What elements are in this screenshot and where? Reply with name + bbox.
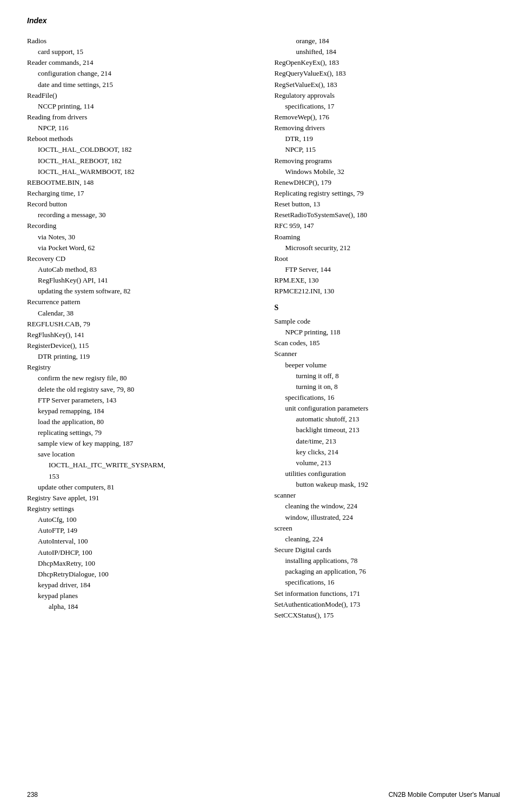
- index-entry: load the application, 80: [27, 417, 253, 427]
- index-entry: volume, 213: [275, 458, 501, 468]
- index-entry: ResetRadioToSystemSave(), 180: [275, 210, 501, 220]
- index-entry: specifications, 16: [275, 577, 501, 588]
- index-entry: orange, 184: [275, 36, 501, 46]
- index-entry: Regulatory approvals: [275, 90, 501, 101]
- index-entry: screen: [275, 523, 501, 534]
- index-entry: card support, 15: [27, 46, 253, 57]
- index-entry: SetAuthenticationMode(), 173: [275, 599, 501, 610]
- index-entry: NPCP, 115: [275, 144, 501, 155]
- index-entry: Set information functions, 171: [275, 588, 501, 599]
- index-entry: alpha, 184: [27, 601, 253, 612]
- index-entry: turning it on, 8: [275, 381, 501, 392]
- index-entry: turning it off, 8: [275, 371, 501, 381]
- index-entry: AutoCfg, 100: [27, 514, 253, 525]
- index-entry: via Notes, 30: [27, 232, 253, 243]
- index-entry: SetCCXStatus(), 175: [275, 610, 501, 621]
- index-entry: Root: [275, 253, 501, 264]
- index-entry: Replicating registry settings, 79: [275, 188, 501, 199]
- index-entry: AutoFTP, 149: [27, 525, 253, 536]
- index-entry: Windows Mobile, 32: [275, 166, 501, 177]
- index-entry: date/time, 213: [275, 436, 501, 447]
- index-entry: beeper volume: [275, 360, 501, 371]
- page-footer: 238 CN2B Mobile Computer User's Manual: [27, 791, 500, 798]
- index-entry: keypad driver, 184: [27, 580, 253, 590]
- index-entry: keypad remapping, 184: [27, 406, 253, 417]
- index-entry: utilities configuration: [275, 468, 501, 479]
- index-entry: backlight timeout, 213: [275, 425, 501, 435]
- index-entry: Scan codes, 185: [275, 338, 501, 348]
- index-entry: RFC 959, 147: [275, 220, 501, 231]
- index-entry: Recharging time, 17: [27, 188, 253, 199]
- index-entry: IOCTL_HAL_ITC_WRITE_SYSPARM,: [27, 460, 253, 471]
- index-entry: save location: [27, 449, 253, 460]
- index-entry: scanner: [275, 490, 501, 501]
- index-entry: RegQueryValueEx(), 183: [275, 68, 501, 79]
- index-entry: REBOOTME.BIN, 148: [27, 177, 253, 188]
- index-entry: Registry Save applet, 191: [27, 493, 253, 504]
- index-entry: cleaning, 224: [275, 534, 501, 545]
- index-entry: 153: [27, 471, 253, 482]
- index-entry: Microsoft security, 212: [275, 243, 501, 253]
- index-entry: AutoInterval, 100: [27, 536, 253, 547]
- index-entry: AutoIP/DHCP, 100: [27, 547, 253, 558]
- index-entry: date and time settings, 215: [27, 79, 253, 90]
- index-entry: button wakeup mask, 192: [275, 479, 501, 490]
- index-entry: automatic shutoff, 213: [275, 414, 501, 425]
- index-entry: specifications, 16: [275, 392, 501, 403]
- page-number: 238: [27, 791, 38, 798]
- index-entry: packaging an application, 76: [275, 566, 501, 577]
- index-entry: recording a message, 30: [27, 210, 253, 220]
- page-title: Index: [27, 16, 500, 25]
- index-entry: RegOpenKeyEx(), 183: [275, 57, 501, 68]
- index-entry: DhcpMaxRetry, 100: [27, 558, 253, 569]
- index-entry: Scanner: [275, 348, 501, 359]
- index-entry: RegisterDevice(), 115: [27, 340, 253, 351]
- index-entry: Reset button, 13: [275, 199, 501, 210]
- index-entry: Calendar, 38: [27, 308, 253, 319]
- index-entry: Recurrence pattern: [27, 297, 253, 307]
- index-entry: Reading from drivers: [27, 112, 253, 123]
- index-entry: unit configuration parameters: [275, 403, 501, 414]
- index-entry: Radios: [27, 36, 253, 46]
- index-entry: IOCTL_HAL_COLDBOOT, 182: [27, 144, 253, 155]
- index-entry: RenewDHCP(), 179: [275, 177, 501, 188]
- index-entry: RemoveWep(), 176: [275, 112, 501, 123]
- index-entry: NPCP printing, 118: [275, 327, 501, 338]
- index-entry: replicating settings, 79: [27, 427, 253, 438]
- index-entry: RPMCE212.INI, 130: [275, 286, 501, 297]
- index-entry: Sample code: [275, 316, 501, 327]
- index-entry: DhcpRetryDialogue, 100: [27, 569, 253, 580]
- index-entry: Record button: [27, 199, 253, 210]
- index-entry: NCCP printing, 114: [27, 101, 253, 112]
- index-entry: via Pocket Word, 62: [27, 243, 253, 253]
- index-entry: ReadFile(): [27, 90, 253, 101]
- index-entry: FTP Server, 144: [275, 264, 501, 275]
- index-entry: window, illustrated, 224: [275, 512, 501, 523]
- index-entry: IOCTL_HAL_REBOOT, 182: [27, 156, 253, 166]
- index-entry: delete the old registry save, 79, 80: [27, 384, 253, 395]
- book-title: CN2B Mobile Computer User's Manual: [389, 791, 500, 798]
- index-entry: cleaning the window, 224: [275, 501, 501, 512]
- index-entry: NPCP, 116: [27, 123, 253, 133]
- left-column: Radioscard support, 15Reader commands, 2…: [27, 36, 253, 621]
- index-entry: Reader commands, 214: [27, 57, 253, 68]
- index-entry: DTR printing, 119: [27, 351, 253, 362]
- index-entry: Secure Digital cards: [275, 545, 501, 555]
- index-entry: specifications, 17: [275, 101, 501, 112]
- index-entry: updating the system software, 82: [27, 286, 253, 297]
- index-entry: installing applications, 78: [275, 555, 501, 566]
- index-entry: Removing drivers: [275, 123, 501, 133]
- index-entry: Roaming: [275, 232, 501, 243]
- content-area: Radioscard support, 15Reader commands, 2…: [27, 36, 500, 621]
- index-entry: key clicks, 214: [275, 447, 501, 458]
- index-entry: RegSetValueEx(), 183: [275, 79, 501, 90]
- index-entry: FTP Server parameters, 143: [27, 395, 253, 406]
- page: Index Radioscard support, 15Reader comma…: [0, 0, 527, 812]
- index-entry: IOCTL_HAL_WARMBOOT, 182: [27, 166, 253, 177]
- index-entry: confirm the new regisry file, 80: [27, 373, 253, 384]
- index-entry: S: [275, 302, 501, 314]
- index-entry: RegFlushKey(), 141: [27, 330, 253, 340]
- index-entry: sample view of key mapping, 187: [27, 438, 253, 449]
- index-entry: unshifted, 184: [275, 46, 501, 57]
- index-entry: update other computers, 81: [27, 482, 253, 493]
